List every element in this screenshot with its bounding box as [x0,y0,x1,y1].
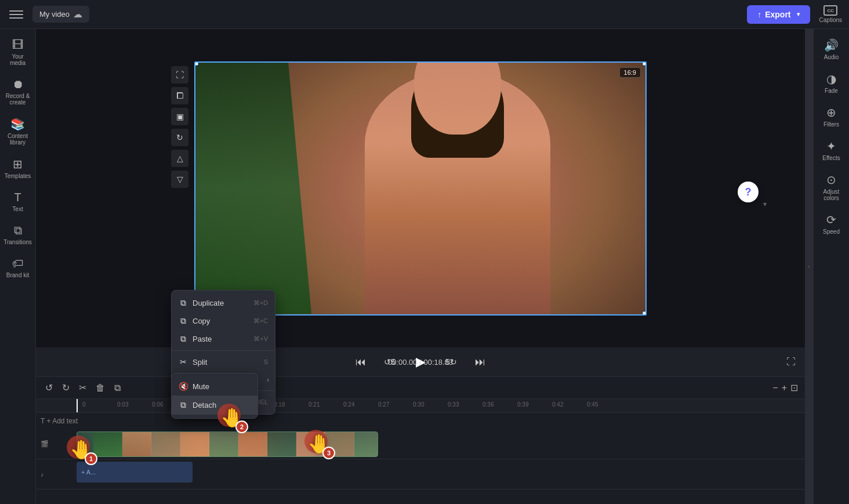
cut-button[interactable]: ✂ [77,380,89,396]
cloud-sync-icon: ☁ [73,9,82,20]
left-sidebar: 🎞 Your media ⏺ Record & create 📚 Content… [0,29,36,504]
playback-bar: ⏮ ↺5 ▶ 5↻ ⏭ 00:00.00 / 00:18.83 ⛶ [36,347,805,376]
audio-track-label-text: + A... [81,469,96,476]
sidebar-item-your-media[interactable]: 🎞 Your media [2,34,34,71]
collapse-handle[interactable]: ‹ [805,29,813,504]
audio-clip[interactable]: + A... [77,462,193,483]
zoom-in-button[interactable]: + [782,383,787,393]
ctx-split-shortcut: S [264,358,268,365]
sidebar-item-record-create[interactable]: ⏺ Record & create [2,73,34,110]
filters-label: Filters [823,121,839,128]
ctx-split[interactable]: ✂ Split S [172,353,275,371]
fit-frame-button[interactable]: ⛶ [171,66,188,84]
transitions-icon: ⧉ [14,224,22,237]
current-time: 00:00.00 [388,358,418,367]
ctx-divider-1 [172,350,275,351]
project-tab[interactable]: My video ☁ [32,6,89,23]
video-frame: 16:9 [194,61,647,316]
handle-top-right[interactable] [643,61,647,66]
video-clip[interactable]: ⏸ [77,432,378,457]
skip-to-end-button[interactable]: ⏭ [471,353,489,371]
sub-mute[interactable]: 🔇 Mute [172,377,257,396]
video-track-content[interactable]: ⏸ [77,429,805,459]
delete-button[interactable]: 🗑 [93,380,107,396]
total-time: 00:18.83 [423,358,453,367]
aspect-ratio-badge[interactable]: 16:9 [619,67,641,78]
ruler-mark-11: 0:39 [517,401,528,408]
ctx-copy[interactable]: ⧉ Copy ⌘+C [172,312,275,330]
timeline-toolbar: ↺ ↻ ✂ 🗑 ⧉ − + ⊡ [36,377,805,399]
crop-button[interactable]: ⧠ [171,87,188,104]
sidebar-item-effects[interactable]: ✦ Effects [815,135,848,166]
video-preview: ⛶ ⧠ ▣ ↻ △ ▽ [36,29,805,347]
ctx-duplicate[interactable]: ⧉ Duplicate ⌘+D [172,294,275,312]
timeline-area: ↺ ↻ ✂ 🗑 ⧉ − + ⊡ 0 0:03 0:06 0:15 0:18 [36,376,805,504]
help-button[interactable]: ? [738,182,759,202]
timeline-ruler: 0 0:03 0:06 0:15 0:18 0:21 0:24 0:27 0:3… [36,399,805,413]
sidebar-item-fade[interactable]: ◑ Fade [815,67,848,99]
sidebar-label-templates: Templates [5,173,31,179]
sidebar-item-transitions[interactable]: ⧉ Transitions [2,219,34,250]
zoom-out-button[interactable]: − [772,383,778,393]
add-text-button[interactable]: T + Add text [41,417,78,425]
audio-right-icon: 🔊 [824,38,839,52]
copy-icon: ⧉ [179,316,188,326]
ruler-mark-5: 0:21 [309,401,320,408]
adjust-colors-label: Adjust colors [818,188,846,201]
redo-button[interactable]: ↻ [60,380,72,396]
split-icon: ✂ [179,357,188,367]
left-tools-panel: ⛶ ⧠ ▣ ↻ △ ▽ [171,61,188,193]
ctx-copy-label: Copy [193,317,210,325]
sidebar-item-brand-kit[interactable]: 🏷 Brand kit [2,252,34,283]
sidebar-item-templates[interactable]: ⊞ Templates [2,153,34,184]
ruler-mark-13: 0:45 [587,401,598,408]
rotate-button[interactable]: ↻ [171,129,188,146]
sidebar-collapse-chevron[interactable]: ▾ [763,200,767,208]
sidebar-label-content-library: Content library [4,133,32,146]
handle-top-left[interactable] [194,61,198,66]
ctx-duplicate-shortcut: ⌘+D [253,299,268,307]
sidebar-label-transitions: Transitions [3,239,32,245]
sidebar-item-speed[interactable]: ⟳ Speed [815,208,848,240]
handle-bottom-right[interactable] [643,311,647,316]
sidebar-item-text[interactable]: T Text [2,186,34,217]
export-label: Export [765,10,790,19]
audio-track-content[interactable]: + A... [77,459,805,489]
audio-track-label: ♪ [36,471,77,478]
ruler-mark-1: 0:03 [117,401,128,408]
ruler-mark-0: 0 [82,401,86,408]
video-track-label: 🎬 [36,440,77,448]
hamburger-menu[interactable] [7,5,26,24]
export-button[interactable]: ↑ Export ▾ [747,5,810,24]
undo-button[interactable]: ↺ [43,380,55,396]
clip-controls: ⏸ [77,440,93,449]
effects-label: Effects [822,155,840,161]
sidebar-label-text: Text [12,206,23,212]
sidebar-label-record: Record & create [4,93,32,106]
right-sidebar: 🔊 Audio ◑ Fade ⊕ Filters ✦ Effects ⊙ Adj… [813,29,849,504]
sidebar-item-filters[interactable]: ⊕ Filters [815,101,848,132]
clip-pause-button[interactable]: ⏸ [81,440,90,449]
ctx-paste[interactable]: ⧉ Paste ⌘+V [172,330,275,348]
sub-detach[interactable]: ⧉ Detach [172,396,257,415]
preview-canvas: ⛶ ⧠ ▣ ↻ △ ▽ [194,61,647,316]
fit-timeline-button[interactable]: ⊡ [790,382,798,393]
flip-v-button[interactable]: ▽ [171,171,188,188]
ruler-mark-7: 0:27 [378,401,389,408]
duplicate-icon: ⧉ [179,298,188,308]
ruler-mark-12: 0:42 [552,401,563,408]
sidebar-item-adjust-colors[interactable]: ⊙ Adjust colors [815,168,848,206]
duplicate-timeline-button[interactable]: ⧉ [112,380,123,396]
sidebar-item-content-library[interactable]: 📚 Content library [2,113,34,150]
skip-to-start-button[interactable]: ⏮ [352,353,369,371]
screen-button[interactable]: ▣ [171,108,188,125]
audio-label-icon: ♪ [41,471,44,478]
captions-button[interactable]: CC Captions [819,5,842,23]
detach-icon: ⧉ [179,400,188,410]
playhead[interactable] [77,399,78,412]
fullscreen-button[interactable]: ⛶ [786,357,796,367]
sidebar-item-audio[interactable]: 🔊 Audio [815,34,848,65]
audio-right-label: Audio [824,54,839,60]
flip-h-button[interactable]: △ [171,150,188,167]
ctx-paste-shortcut: ⌘+V [253,335,268,343]
